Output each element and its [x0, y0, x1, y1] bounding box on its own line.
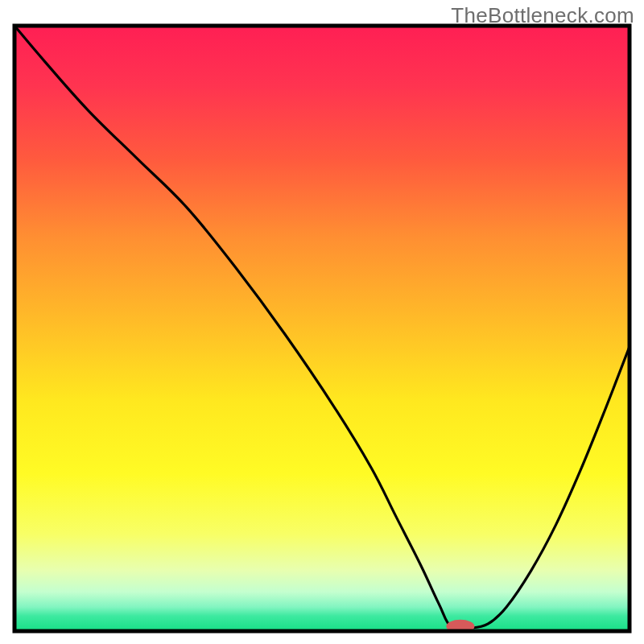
watermark-text: TheBottleneck.com: [451, 3, 634, 28]
gradient-background: [14, 26, 630, 631]
bottleneck-chart: [0, 0, 644, 644]
chart-container: TheBottleneck.com: [0, 0, 644, 644]
